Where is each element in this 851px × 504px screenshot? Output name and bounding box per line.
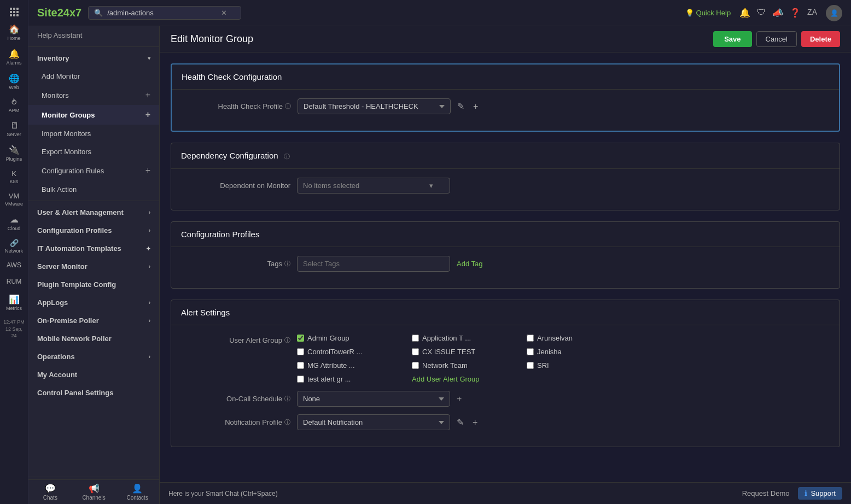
sidebar-item-monitor-groups[interactable]: Monitor Groups + xyxy=(28,105,159,125)
tags-label: Tags ⓘ xyxy=(181,260,290,268)
plus-monitor-groups-icon[interactable]: + xyxy=(145,110,150,120)
alert-group-test-alert[interactable]: test alert gr ... xyxy=(297,375,406,383)
config-profiles-title: Configuration Profiles xyxy=(171,222,840,247)
tags-input[interactable] xyxy=(297,256,450,272)
sidebar-mobile-network[interactable]: Mobile Network Poller xyxy=(28,330,159,348)
sri-checkbox[interactable] xyxy=(527,362,534,369)
sidebar-server-monitor[interactable]: Server Monitor › xyxy=(28,257,159,276)
alert-group-admin[interactable]: Admin Group xyxy=(297,334,406,342)
sidebar-config-profiles[interactable]: Configuration Profiles › xyxy=(28,221,159,239)
sidebar-on-premise[interactable]: On-Premise Poller › xyxy=(28,312,159,330)
application-t-checkbox[interactable] xyxy=(412,335,419,342)
controltower-checkbox[interactable] xyxy=(297,348,304,355)
edit-health-check-btn[interactable]: ✎ xyxy=(455,99,467,114)
add-health-check-btn[interactable]: + xyxy=(471,99,480,114)
rail-k8s[interactable]: K K8s xyxy=(1,166,27,187)
clear-search-icon[interactable]: ✕ xyxy=(221,9,227,17)
alert-group-arunselvan[interactable]: Arunselvan xyxy=(527,334,636,342)
dependent-monitor-select[interactable]: No items selected ▾ xyxy=(297,178,450,194)
chat-icon[interactable]: ZA xyxy=(807,8,817,18)
shield-icon[interactable]: 🛡 xyxy=(757,8,766,18)
notifications-icon[interactable]: 🔔 xyxy=(739,8,750,18)
cancel-button[interactable]: Cancel xyxy=(756,31,797,47)
health-check-profile-select[interactable]: Default Threshold - HEALTHCHECK xyxy=(298,98,451,114)
sidebar-operations[interactable]: Operations › xyxy=(28,348,159,366)
sidebar-my-account[interactable]: My Account xyxy=(28,366,159,384)
support-button[interactable]: ℹ Support xyxy=(798,487,842,500)
sidebar-item-config-rules[interactable]: Configuration Rules + xyxy=(28,161,159,180)
alert-group-cx-issue[interactable]: CX ISSUE TEST xyxy=(412,348,521,356)
edit-notification-btn[interactable]: ✎ xyxy=(454,415,466,430)
add-on-call-btn[interactable]: + xyxy=(454,392,464,406)
megaphone-icon[interactable]: 📣 xyxy=(772,8,783,18)
nav-channels[interactable]: 📢 Channels xyxy=(72,479,116,504)
test-alert-checkbox[interactable] xyxy=(297,376,304,383)
help-circle-icon[interactable]: ❓ xyxy=(790,8,801,18)
sidebar-plugin-template[interactable]: Plugin Template Config xyxy=(28,276,159,294)
alert-group-sri[interactable]: SRI xyxy=(527,361,636,370)
rail-cloud[interactable]: ☁ Cloud xyxy=(1,211,27,235)
rail-web[interactable]: 🌐 Web xyxy=(1,70,27,93)
alert-group-jenisha[interactable]: Jenisha xyxy=(527,348,636,356)
sidebar-applogs[interactable]: AppLogs › xyxy=(28,294,159,312)
sidebar-help-assistant[interactable]: Help Assistant xyxy=(28,26,159,44)
nav-contacts[interactable]: 👤 Contacts xyxy=(115,479,159,504)
avatar[interactable]: 👤 xyxy=(826,5,842,21)
user-alert-group-info-icon[interactable]: ⓘ xyxy=(284,336,290,344)
on-call-schedule-select[interactable]: None xyxy=(297,391,450,407)
jenisha-checkbox[interactable] xyxy=(527,348,534,355)
alert-group-network-team[interactable]: Network Team xyxy=(412,361,521,370)
tags-info-icon[interactable]: ⓘ xyxy=(284,260,290,268)
rail-alarms[interactable]: 🔔 Alarms xyxy=(1,45,27,69)
sidebar-item-monitors[interactable]: Monitors + xyxy=(28,85,159,105)
save-button[interactable]: Save xyxy=(713,31,751,47)
sidebar-item-import-monitors[interactable]: Import Monitors xyxy=(28,125,159,143)
alert-group-controltower[interactable]: ControlTowerR ... xyxy=(297,348,406,356)
rail-vmware[interactable]: VM VMware xyxy=(1,189,27,210)
on-call-info-icon[interactable]: ⓘ xyxy=(284,395,290,403)
delete-button[interactable]: Delete xyxy=(801,31,840,47)
health-check-info-icon[interactable]: ⓘ xyxy=(285,102,291,110)
rail-apm[interactable]: ⥁ APM xyxy=(1,95,27,116)
notification-profile-label: Notification Profile ⓘ xyxy=(181,418,290,426)
request-demo-link[interactable]: Request Demo xyxy=(742,489,790,497)
search-input[interactable] xyxy=(107,9,217,17)
dependency-title: Dependency Configuration ⓘ xyxy=(171,143,840,169)
sidebar-item-add-monitor[interactable]: Add Monitor xyxy=(28,67,159,85)
plus-config-rules-icon[interactable]: + xyxy=(145,166,150,175)
rail-home[interactable]: 🏠 Home xyxy=(1,21,27,44)
add-notification-btn[interactable]: + xyxy=(470,415,480,430)
help-assistant-label: Help Assistant xyxy=(37,31,82,39)
notification-profile-info-icon[interactable]: ⓘ xyxy=(284,418,290,426)
plus-it-auto-icon[interactable]: + xyxy=(146,244,150,253)
notification-profile-select[interactable]: Default Notification xyxy=(297,414,450,430)
arunselvan-checkbox[interactable] xyxy=(527,335,534,342)
chevron-right-config-icon: › xyxy=(149,227,150,233)
sidebar-user-alert-mgmt[interactable]: User & Alert Management › xyxy=(28,203,159,221)
alert-group-application[interactable]: Application T ... xyxy=(412,334,521,342)
rail-metrics[interactable]: 📊 Metrics xyxy=(1,291,27,314)
sidebar-item-export-monitors[interactable]: Export Monitors xyxy=(28,143,159,161)
sidebar-item-bulk-action[interactable]: Bulk Action xyxy=(28,180,159,198)
rail-plugins[interactable]: 🔌 Plugins xyxy=(1,142,27,165)
add-user-alert-group-button[interactable]: Add User Alert Group xyxy=(412,375,636,383)
quick-help-link[interactable]: 💡 Quick Help xyxy=(685,9,731,17)
rail-network[interactable]: 🔗 Network xyxy=(1,236,27,257)
sidebar-it-automation[interactable]: IT Automation Templates + xyxy=(28,239,159,257)
sidebar-control-panel[interactable]: Control Panel Settings xyxy=(28,384,159,402)
grid-icon[interactable] xyxy=(8,4,21,20)
rail-aws[interactable]: AWS xyxy=(1,258,27,273)
plus-monitors-icon[interactable]: + xyxy=(145,90,150,100)
cx-issue-checkbox[interactable] xyxy=(412,348,419,355)
add-tag-button[interactable]: Add Tag xyxy=(457,260,482,268)
rail-rum[interactable]: RUM xyxy=(1,274,27,290)
mg-attribute-checkbox[interactable] xyxy=(297,362,304,369)
network-team-checkbox[interactable] xyxy=(412,362,419,369)
nav-chats[interactable]: 💬 Chats xyxy=(28,479,72,504)
alert-group-mg-attribute[interactable]: MG Attribute ... xyxy=(297,361,406,370)
dependency-info-icon[interactable]: ⓘ xyxy=(284,153,290,160)
search-bar[interactable]: 🔍 ✕ xyxy=(88,6,241,20)
rail-server[interactable]: 🖥 Server xyxy=(1,118,27,140)
sidebar-inventory-header[interactable]: Inventory ▾ xyxy=(28,49,159,67)
admin-group-checkbox[interactable] xyxy=(297,335,304,342)
